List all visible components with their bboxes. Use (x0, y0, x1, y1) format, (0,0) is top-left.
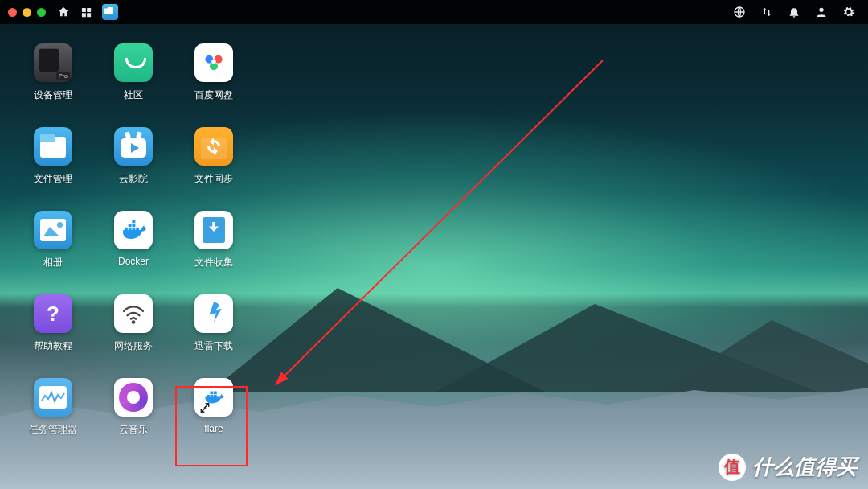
app-file-collect[interactable]: 文件收集 (174, 206, 254, 286)
app-docker[interactable]: Docker (93, 206, 174, 286)
baidu-netdisk-icon (194, 43, 233, 82)
transfer-updown-icon[interactable] (760, 6, 773, 18)
app-task-manager[interactable]: 任务管理器 (13, 373, 93, 454)
watermark-badge: 值 (719, 454, 746, 481)
baidu-netdisk-label: 百度网盘 (194, 88, 233, 102)
flare-icon (194, 378, 233, 417)
app-community[interactable]: 社区 (93, 39, 174, 119)
app-file-manager[interactable]: 文件管理 (13, 122, 93, 203)
community-label: 社区 (124, 88, 143, 102)
network-service-icon (114, 294, 153, 333)
app-flare[interactable]: flare (174, 373, 254, 454)
album-label: 相册 (43, 256, 63, 269)
svg-rect-0 (81, 7, 85, 11)
files-tab-icon[interactable] (102, 4, 118, 20)
home-icon[interactable] (57, 6, 70, 18)
svg-point-5 (819, 8, 823, 12)
settings-gear-icon[interactable] (842, 6, 855, 18)
thunder-download-label: 迅雷下载 (194, 339, 233, 353)
help-tutorial-label: 帮助教程 (34, 339, 72, 353)
app-cloud-music[interactable]: 云音乐 (93, 373, 174, 454)
svg-rect-14 (129, 224, 132, 227)
community-icon (114, 43, 153, 82)
top-menu-bar (0, 0, 868, 24)
cloud-cinema-label: 云影院 (119, 172, 148, 186)
app-device-manager[interactable]: 设备管理 (13, 39, 93, 119)
user-profile-icon[interactable] (815, 6, 828, 18)
svg-rect-15 (132, 224, 135, 227)
app-network-service[interactable]: 网络服务 (93, 290, 174, 370)
file-sync-icon (194, 127, 233, 166)
album-icon (34, 211, 72, 249)
task-manager-icon (34, 378, 72, 417)
svg-rect-2 (81, 13, 85, 17)
network-service-label: 网络服务 (114, 339, 153, 353)
device-manager-icon (34, 43, 72, 82)
docker-icon (114, 211, 153, 249)
window-traffic-lights (8, 8, 46, 17)
app-baidu-netdisk[interactable]: 百度网盘 (174, 39, 254, 119)
svg-rect-22 (214, 392, 217, 395)
file-collect-label: 文件收集 (194, 256, 233, 269)
globe-network-icon[interactable] (733, 6, 746, 18)
svg-point-17 (132, 320, 136, 324)
thunder-download-icon (194, 294, 233, 333)
file-manager-label: 文件管理 (34, 172, 72, 186)
svg-rect-21 (211, 392, 214, 395)
apps-grid-icon[interactable] (80, 6, 92, 18)
file-sync-label: 文件同步 (194, 172, 233, 186)
cloud-cinema-icon (114, 127, 153, 166)
cloud-music-icon (114, 378, 153, 417)
window-maximize-button[interactable] (37, 8, 46, 17)
notifications-bell-icon[interactable] (788, 6, 800, 18)
help-tutorial-icon (34, 294, 72, 333)
device-manager-label: 设备管理 (34, 88, 72, 102)
window-minimize-button[interactable] (23, 8, 31, 17)
app-album[interactable]: 相册 (13, 206, 93, 286)
watermark-text: 什么值得买 (752, 453, 857, 481)
svg-rect-1 (87, 7, 91, 11)
svg-rect-16 (132, 220, 135, 223)
file-manager-icon (34, 127, 72, 166)
app-cloud-cinema[interactable]: 云影院 (93, 122, 174, 203)
svg-point-9 (211, 60, 216, 64)
app-file-sync[interactable]: 文件同步 (174, 122, 254, 203)
window-close-button[interactable] (8, 8, 17, 17)
app-thunder-download[interactable]: 迅雷下载 (174, 290, 254, 370)
watermark: 值 什么值得买 (719, 453, 857, 481)
docker-label: Docker (118, 256, 149, 267)
flare-label: flare (204, 423, 223, 434)
desktop-icons-grid: 设备管理社区百度网盘文件管理云影院文件同步相册Docker文件收集帮助教程网络服… (13, 39, 254, 454)
cloud-music-label: 云音乐 (119, 423, 148, 437)
file-collect-icon (194, 211, 233, 249)
app-help-tutorial[interactable]: 帮助教程 (13, 290, 93, 370)
svg-rect-3 (87, 13, 91, 17)
task-manager-label: 任务管理器 (29, 423, 77, 437)
